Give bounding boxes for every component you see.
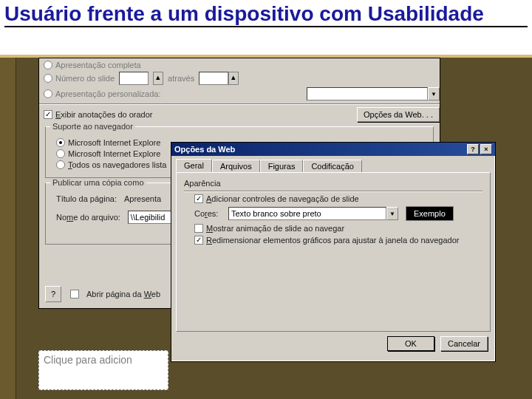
tab-files[interactable]: Arquivos [212, 160, 260, 173]
ok-button[interactable]: OK [387, 336, 434, 351]
chk-open-in-browser-label: Abrir página da Web [86, 290, 160, 299]
cancel-button[interactable]: Cancelar [440, 336, 488, 351]
web-options-titlebar[interactable]: Opções da Web ? × [171, 143, 495, 156]
radio-complete-label: Apresentação completa [55, 61, 141, 69]
radio-browser-ie1-label: Microsoft Internet Explore [68, 138, 160, 147]
slide-from-input[interactable] [119, 72, 149, 85]
chevron-down-icon[interactable]: ▼ [386, 207, 398, 220]
page-title-value: Apresenta [124, 194, 161, 203]
web-options-title: Opções da Web [174, 145, 235, 154]
chk-open-in-browser[interactable] [70, 290, 79, 299]
through-label: através [168, 74, 194, 83]
tab-figures[interactable]: Figuras [260, 160, 304, 173]
slide-title-bar: Usuário frente a um dispositivo com Usab… [0, 0, 532, 58]
colors-combo[interactable]: Texto branco sobre preto [228, 207, 386, 220]
group-publish-copy-legend: Publicar uma cópia como [50, 178, 146, 187]
chk-show-anim[interactable] [194, 224, 203, 233]
section-appearance: Aparência [184, 179, 482, 188]
radio-browser-all-label: Todos os navegadores lista [68, 160, 166, 169]
help-icon[interactable]: ? [467, 144, 479, 154]
help-button[interactable]: ? [45, 286, 61, 302]
web-options-button[interactable]: Opções da Web. . . [357, 107, 440, 122]
title-underline [4, 26, 528, 27]
slide-title: Usuário frente a um dispositivo com Usab… [4, 3, 528, 24]
radio-custom-presentation[interactable] [44, 89, 52, 98]
radio-browser-ie1[interactable] [56, 138, 65, 147]
tabstrip: Geral Arquivos Figuras Codificação [171, 156, 495, 172]
radio-complete-presentation[interactable] [44, 61, 52, 69]
web-options-dialog: Opções da Web ? × Geral Arquivos Figuras… [171, 142, 496, 362]
radio-slide-number[interactable] [44, 74, 52, 83]
tab-general[interactable]: Geral [176, 159, 212, 172]
chk-add-nav-controls[interactable] [194, 194, 203, 203]
close-icon[interactable]: × [480, 144, 492, 154]
group-browser-legend: Suporte ao navegador [50, 122, 135, 131]
chk-resize-gfx[interactable] [194, 236, 203, 245]
radio-browser-all[interactable] [56, 160, 65, 169]
file-name-label: Nome do arquivo: [56, 213, 120, 222]
radio-browser-ie2-label: Microsoft Internet Explore [68, 149, 160, 158]
page-title-label: Título da página: [56, 194, 117, 203]
slide-to-input[interactable] [199, 72, 228, 85]
tab-general-body: Aparência Adicionar controles de navegaç… [176, 172, 491, 332]
colors-label: Cores: [194, 209, 228, 218]
notes-placeholder[interactable]: Clique para adicion [38, 350, 168, 390]
example-button[interactable]: Exemplo [406, 206, 454, 221]
chk-add-nav-label: Adicionar controles de navegação de slid… [206, 194, 359, 203]
chk-speaker-notes-label: Exibir anotações do orador [55, 110, 152, 119]
tab-encoding[interactable]: Codificação [303, 160, 361, 173]
radio-custom-label: Apresentação personalizada: [55, 89, 160, 98]
chk-show-anim-label: Mostrar animação de slide ao navegar [206, 224, 344, 233]
chk-speaker-notes[interactable] [44, 110, 52, 119]
slide-to-spinner[interactable]: ▴ [228, 72, 239, 85]
slide-sidebar [0, 0, 16, 399]
radio-slide-number-label: Número do slide [55, 74, 115, 83]
chevron-down-icon[interactable]: ▼ [428, 87, 440, 100]
slide-from-spinner[interactable]: ▴ [153, 72, 163, 85]
radio-browser-ie2[interactable] [56, 149, 65, 158]
chk-resize-gfx-label: Redimensionar elementos gráficos para aj… [206, 236, 459, 245]
custom-presentation-combo[interactable] [307, 87, 428, 100]
